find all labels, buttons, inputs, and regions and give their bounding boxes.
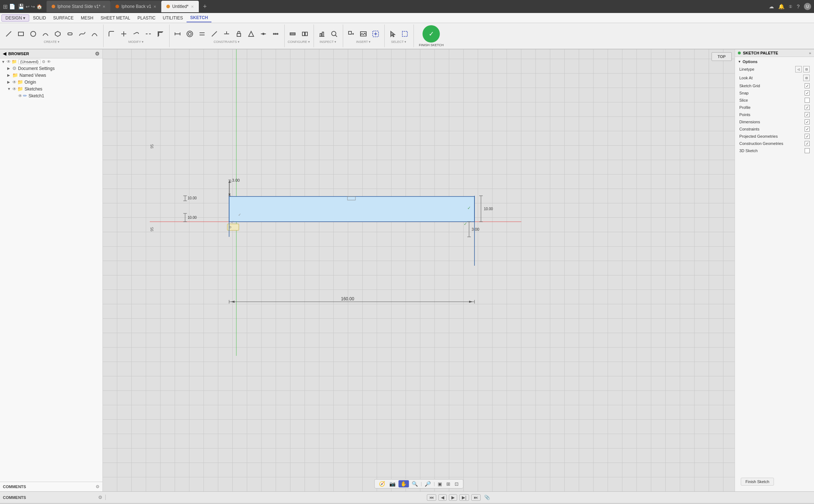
save-button[interactable]: 💾 <box>18 4 24 9</box>
tab-iphone-back-close[interactable]: ✕ <box>153 5 156 9</box>
conic-tool[interactable] <box>89 28 100 39</box>
tree-item-unsaved[interactable]: ▼ 👁 📁 (Unsaved) ⚙ 👁 <box>0 58 102 65</box>
finish-sketch-button[interactable]: ✓ <box>423 25 440 43</box>
palette-row-dimensions[interactable]: Dimensions ✓ <box>735 118 814 125</box>
menu-solid[interactable]: SOLID <box>29 14 49 22</box>
trim-tool[interactable] <box>118 28 130 39</box>
cross-constraint[interactable] <box>221 28 232 39</box>
nav-play-button[interactable]: ▶ <box>449 494 457 501</box>
tree-item-sketches[interactable]: ▼ 👁 📁 Sketches <box>0 85 102 92</box>
fillet-tool[interactable] <box>106 28 117 39</box>
circle-constraint[interactable] <box>184 28 196 39</box>
configure-btn2[interactable] <box>299 28 311 39</box>
insert-btn1[interactable] <box>345 28 357 39</box>
midpoint-constraint[interactable] <box>258 28 269 39</box>
menu-sketch[interactable]: SKETCH <box>187 14 211 22</box>
construction-checkbox[interactable]: ✓ <box>805 141 810 146</box>
tab-untitled[interactable]: Untitled* ✕ <box>161 1 198 12</box>
menu-surface[interactable]: SURFACE <box>49 14 77 22</box>
projected-checkbox[interactable]: ✓ <box>805 134 810 139</box>
select-btn1[interactable] <box>387 28 398 39</box>
palette-options-header[interactable]: ▼ Options <box>735 58 814 65</box>
tree-item-sketch1[interactable]: ▶ 👁 ✏ Sketch1 <box>0 92 102 99</box>
user-count-icon[interactable]: ① <box>789 4 792 9</box>
palette-row-linetype[interactable]: Linetype ◁ ⊡ <box>735 65 814 74</box>
tree-item-doc-settings[interactable]: ▶ ⚙ Document Settings <box>0 65 102 72</box>
palette-row-profile[interactable]: Profile ✓ <box>735 104 814 111</box>
polygon-tool[interactable] <box>52 28 64 39</box>
constraints-checkbox[interactable]: ✓ <box>805 127 810 132</box>
nav-icon[interactable]: 📎 <box>484 495 490 500</box>
spline-tool[interactable] <box>76 28 88 39</box>
circle-tool[interactable] <box>27 28 39 39</box>
notification-icon[interactable]: 🔔 <box>778 4 784 9</box>
palette-expand-icon[interactable]: » <box>809 51 811 55</box>
rect-tool[interactable] <box>15 28 27 39</box>
tree-item-origin[interactable]: ▶ 👁 📁 Origin <box>0 79 102 85</box>
zoom-in-button[interactable]: 🔎 <box>423 480 432 487</box>
tree-eye-origin[interactable]: 👁 <box>12 80 17 85</box>
tree-eye2-unsaved[interactable]: 👁 <box>47 59 51 64</box>
inspect-btn2[interactable] <box>328 28 340 39</box>
palette-row-construction[interactable]: Construction Geometries ✓ <box>735 140 814 147</box>
diagonal-constraint[interactable] <box>209 28 220 39</box>
inspect-btn1[interactable] <box>316 28 328 39</box>
display-mode2-button[interactable]: ⊞ <box>445 481 452 487</box>
select-btn2[interactable] <box>399 28 411 39</box>
line-tool[interactable] <box>3 28 14 39</box>
dimensions-checkbox[interactable]: ✓ <box>805 119 810 124</box>
nav-first-button[interactable]: ⏮ <box>427 494 436 501</box>
insert-btn3[interactable] <box>370 28 381 39</box>
add-tab-button[interactable]: + <box>200 3 210 10</box>
lock-constraint[interactable] <box>233 28 245 39</box>
display-mode-button[interactable]: ▣ <box>436 481 443 487</box>
equal-constraint[interactable] <box>196 28 208 39</box>
palette-row-points[interactable]: Points ✓ <box>735 111 814 118</box>
tree-eye-sketch1[interactable]: 👁 <box>18 93 22 98</box>
break-tool[interactable] <box>143 28 154 39</box>
extend-tool[interactable] <box>130 28 142 39</box>
menu-sheet-metal[interactable]: SHEET METAL <box>97 14 134 22</box>
horizontal-constraint[interactable] <box>172 28 183 39</box>
palette-finish-sketch-button[interactable]: Finish Sketch <box>741 478 774 486</box>
cloud-icon[interactable]: ☁ <box>769 4 774 9</box>
more-constraints[interactable] <box>270 28 281 39</box>
menu-utilities[interactable]: UTILITIES <box>159 14 187 22</box>
comments-settings-icon[interactable]: ⚙ <box>96 484 100 489</box>
linetype-btn2[interactable]: ⊡ <box>803 66 810 72</box>
menu-mesh[interactable]: MESH <box>77 14 97 22</box>
design-menu-button[interactable]: DESIGN ▾ <box>1 14 29 22</box>
profile-checkbox[interactable]: ✓ <box>805 105 810 110</box>
palette-row-projected[interactable]: Projected Geometries ✓ <box>735 133 814 140</box>
palette-row-snap[interactable]: Snap ✓ <box>735 89 814 97</box>
nav-next-button[interactable]: ▶| <box>459 494 469 501</box>
home-button[interactable]: 🏠 <box>36 4 42 9</box>
insert-btn2[interactable] <box>358 28 369 39</box>
look-at-btn[interactable]: ⊡ <box>803 75 810 81</box>
arc-tool[interactable] <box>40 28 51 39</box>
user-avatar[interactable]: U <box>804 3 811 10</box>
slice-checkbox[interactable] <box>805 98 810 103</box>
tree-eye-sketches[interactable]: 👁 <box>12 87 17 92</box>
undo-button[interactable]: ↩ <box>26 4 30 9</box>
tree-eye-unsaved[interactable]: 👁 <box>6 59 11 64</box>
slot-tool[interactable] <box>64 28 76 39</box>
offset-tool[interactable] <box>155 28 166 39</box>
sketch-grid-checkbox[interactable]: ✓ <box>805 83 810 88</box>
tree-item-named-views[interactable]: ▶ 📁 Named Views <box>0 72 102 79</box>
nav-prev-button[interactable]: ◀ <box>438 494 447 501</box>
menu-plastic[interactable]: PLASTIC <box>134 14 159 22</box>
points-checkbox[interactable]: ✓ <box>805 112 810 117</box>
view-cube[interactable]: TOP <box>712 52 732 61</box>
pan-button[interactable]: ✋ <box>398 480 409 487</box>
tree-gear-unsaved[interactable]: ⚙ <box>42 59 45 64</box>
configure-btn1[interactable] <box>287 28 298 39</box>
tab-untitled-close[interactable]: ✕ <box>191 5 194 9</box>
grid-display-button[interactable]: ⊡ <box>453 481 460 487</box>
app-grid-icon[interactable]: ⊞ <box>3 3 8 10</box>
linetype-btn1[interactable]: ◁ <box>795 66 802 72</box>
snap-checkbox[interactable]: ✓ <box>805 90 810 96</box>
palette-row-sketch-grid[interactable]: Sketch Grid ✓ <box>735 82 814 89</box>
palette-row-3d-sketch[interactable]: 3D Sketch <box>735 147 814 154</box>
camera-button[interactable]: 📷 <box>388 480 397 487</box>
